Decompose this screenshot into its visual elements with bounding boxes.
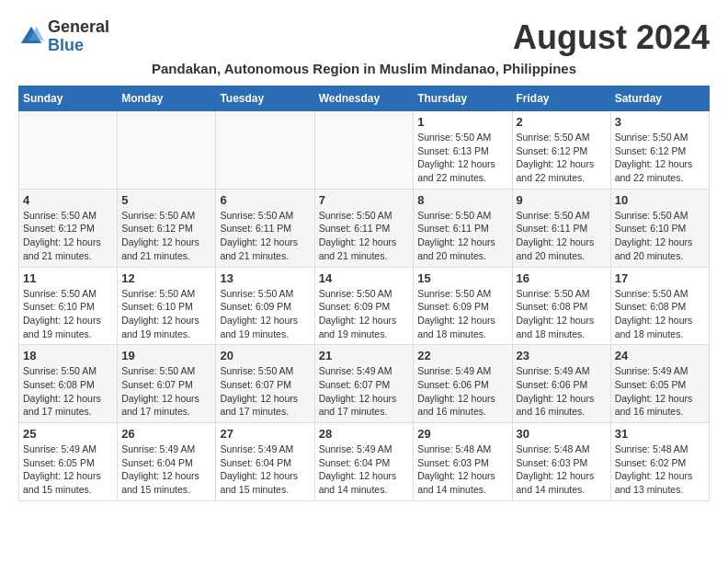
- day-number: 19: [121, 349, 211, 362]
- day-info: Sunrise: 5:50 AM Sunset: 6:11 PM Dayligh…: [417, 209, 507, 263]
- calendar-cell: 28Sunrise: 5:49 AM Sunset: 6:04 PM Dayli…: [314, 423, 414, 501]
- day-number: 21: [319, 349, 410, 362]
- calendar-cell: 9Sunrise: 5:50 AM Sunset: 6:11 PM Daylig…: [512, 189, 610, 267]
- weekday-header-thursday: Thursday: [414, 86, 512, 111]
- day-number: 24: [615, 349, 705, 362]
- calendar-cell: 30Sunrise: 5:48 AM Sunset: 6:03 PM Dayli…: [512, 423, 610, 501]
- calendar-cell: 7Sunrise: 5:50 AM Sunset: 6:11 PM Daylig…: [314, 189, 414, 267]
- logo-text: General Blue: [48, 18, 109, 55]
- calendar-week-row: 25Sunrise: 5:49 AM Sunset: 6:05 PM Dayli…: [19, 423, 710, 501]
- day-number: 23: [517, 349, 607, 362]
- calendar-cell: 19Sunrise: 5:50 AM Sunset: 6:07 PM Dayli…: [118, 345, 216, 423]
- calendar-header: SundayMondayTuesdayWednesdayThursdayFrid…: [19, 86, 710, 111]
- day-info: Sunrise: 5:50 AM Sunset: 6:10 PM Dayligh…: [121, 287, 211, 341]
- calendar-cell: 5Sunrise: 5:50 AM Sunset: 6:12 PM Daylig…: [118, 189, 216, 267]
- calendar-cell: 31Sunrise: 5:48 AM Sunset: 6:02 PM Dayli…: [610, 423, 709, 501]
- calendar-cell: 17Sunrise: 5:50 AM Sunset: 6:08 PM Dayli…: [610, 267, 709, 345]
- day-number: 12: [121, 271, 211, 285]
- day-info: Sunrise: 5:50 AM Sunset: 6:10 PM Dayligh…: [23, 287, 113, 341]
- day-info: Sunrise: 5:49 AM Sunset: 6:05 PM Dayligh…: [23, 442, 113, 497]
- day-info: Sunrise: 5:48 AM Sunset: 6:03 PM Dayligh…: [417, 442, 507, 497]
- weekday-header-tuesday: Tuesday: [216, 86, 314, 111]
- day-info: Sunrise: 5:50 AM Sunset: 6:12 PM Dayligh…: [615, 131, 705, 185]
- calendar-cell: 29Sunrise: 5:48 AM Sunset: 6:03 PM Dayli…: [414, 423, 512, 501]
- day-number: 22: [417, 349, 507, 362]
- day-number: 14: [319, 271, 410, 285]
- day-info: Sunrise: 5:50 AM Sunset: 6:07 PM Dayligh…: [220, 364, 310, 419]
- day-number: 3: [615, 115, 705, 129]
- calendar-cell: 1Sunrise: 5:50 AM Sunset: 6:13 PM Daylig…: [414, 111, 512, 190]
- day-info: Sunrise: 5:49 AM Sunset: 6:04 PM Dayligh…: [121, 442, 211, 497]
- calendar-cell: 15Sunrise: 5:50 AM Sunset: 6:09 PM Dayli…: [414, 267, 512, 345]
- day-info: Sunrise: 5:49 AM Sunset: 6:06 PM Dayligh…: [517, 364, 607, 419]
- calendar-week-row: 18Sunrise: 5:50 AM Sunset: 6:08 PM Dayli…: [19, 345, 710, 423]
- day-info: Sunrise: 5:50 AM Sunset: 6:12 PM Dayligh…: [23, 209, 113, 263]
- calendar-cell: 13Sunrise: 5:50 AM Sunset: 6:09 PM Dayli…: [216, 267, 314, 345]
- day-number: 29: [417, 427, 507, 441]
- day-number: 27: [220, 427, 310, 441]
- calendar-cell: 24Sunrise: 5:49 AM Sunset: 6:05 PM Dayli…: [610, 345, 709, 423]
- weekday-header-wednesday: Wednesday: [314, 86, 414, 111]
- logo: General Blue: [18, 18, 109, 55]
- day-info: Sunrise: 5:50 AM Sunset: 6:12 PM Dayligh…: [121, 209, 211, 263]
- day-number: 31: [615, 427, 705, 441]
- day-number: 30: [517, 427, 607, 441]
- day-info: Sunrise: 5:50 AM Sunset: 6:10 PM Dayligh…: [615, 209, 705, 263]
- day-info: Sunrise: 5:50 AM Sunset: 6:13 PM Dayligh…: [417, 131, 507, 185]
- day-number: 13: [220, 271, 310, 285]
- day-number: 25: [23, 427, 113, 441]
- day-number: 7: [319, 193, 410, 207]
- calendar-table: SundayMondayTuesdayWednesdayThursdayFrid…: [18, 86, 710, 501]
- day-info: Sunrise: 5:49 AM Sunset: 6:05 PM Dayligh…: [615, 364, 705, 419]
- calendar-cell: [216, 111, 314, 190]
- calendar-cell: 12Sunrise: 5:50 AM Sunset: 6:10 PM Dayli…: [118, 267, 216, 345]
- day-info: Sunrise: 5:50 AM Sunset: 6:08 PM Dayligh…: [517, 287, 607, 341]
- calendar-cell: 8Sunrise: 5:50 AM Sunset: 6:11 PM Daylig…: [414, 189, 512, 267]
- weekday-row: SundayMondayTuesdayWednesdayThursdayFrid…: [19, 86, 710, 111]
- calendar-cell: 27Sunrise: 5:49 AM Sunset: 6:04 PM Dayli…: [216, 423, 314, 501]
- calendar-week-row: 1Sunrise: 5:50 AM Sunset: 6:13 PM Daylig…: [19, 111, 710, 190]
- day-number: 2: [517, 115, 607, 129]
- day-info: Sunrise: 5:50 AM Sunset: 6:08 PM Dayligh…: [615, 287, 705, 341]
- calendar-cell: 11Sunrise: 5:50 AM Sunset: 6:10 PM Dayli…: [19, 267, 118, 345]
- calendar-cell: 6Sunrise: 5:50 AM Sunset: 6:11 PM Daylig…: [216, 189, 314, 267]
- day-number: 17: [615, 271, 705, 285]
- day-info: Sunrise: 5:50 AM Sunset: 6:08 PM Dayligh…: [23, 364, 113, 419]
- day-info: Sunrise: 5:49 AM Sunset: 6:06 PM Dayligh…: [417, 364, 507, 419]
- day-info: Sunrise: 5:50 AM Sunset: 6:09 PM Dayligh…: [319, 287, 410, 341]
- day-info: Sunrise: 5:50 AM Sunset: 6:09 PM Dayligh…: [220, 287, 310, 341]
- day-number: 8: [417, 193, 507, 207]
- day-number: 16: [517, 271, 607, 285]
- day-info: Sunrise: 5:50 AM Sunset: 6:11 PM Dayligh…: [319, 209, 410, 263]
- calendar-cell: 23Sunrise: 5:49 AM Sunset: 6:06 PM Dayli…: [512, 345, 610, 423]
- calendar-week-row: 11Sunrise: 5:50 AM Sunset: 6:10 PM Dayli…: [19, 267, 710, 345]
- day-number: 20: [220, 349, 310, 362]
- page-header: General Blue August 2024: [18, 18, 710, 57]
- day-info: Sunrise: 5:50 AM Sunset: 6:12 PM Dayligh…: [517, 131, 607, 185]
- day-number: 28: [319, 427, 410, 441]
- calendar-cell: 16Sunrise: 5:50 AM Sunset: 6:08 PM Dayli…: [512, 267, 610, 345]
- calendar-cell: 20Sunrise: 5:50 AM Sunset: 6:07 PM Dayli…: [216, 345, 314, 423]
- day-info: Sunrise: 5:50 AM Sunset: 6:11 PM Dayligh…: [220, 209, 310, 263]
- day-number: 6: [220, 193, 310, 207]
- day-info: Sunrise: 5:49 AM Sunset: 6:04 PM Dayligh…: [220, 442, 310, 497]
- day-number: 5: [121, 193, 211, 207]
- calendar-cell: 22Sunrise: 5:49 AM Sunset: 6:06 PM Dayli…: [414, 345, 512, 423]
- calendar-week-row: 4Sunrise: 5:50 AM Sunset: 6:12 PM Daylig…: [19, 189, 710, 267]
- day-info: Sunrise: 5:49 AM Sunset: 6:07 PM Dayligh…: [319, 364, 410, 419]
- logo-general: General: [48, 17, 109, 36]
- calendar-cell: 10Sunrise: 5:50 AM Sunset: 6:10 PM Dayli…: [610, 189, 709, 267]
- day-number: 9: [517, 193, 607, 207]
- day-number: 4: [23, 193, 113, 207]
- page-subtitle: Pandakan, Autonomous Region in Muslim Mi…: [18, 61, 710, 76]
- day-info: Sunrise: 5:48 AM Sunset: 6:03 PM Dayligh…: [517, 442, 607, 497]
- day-info: Sunrise: 5:50 AM Sunset: 6:07 PM Dayligh…: [121, 364, 211, 419]
- day-number: 11: [23, 271, 113, 285]
- weekday-header-saturday: Saturday: [610, 86, 709, 111]
- day-number: 26: [121, 427, 211, 441]
- calendar-cell: 14Sunrise: 5:50 AM Sunset: 6:09 PM Dayli…: [314, 267, 414, 345]
- weekday-header-sunday: Sunday: [19, 86, 118, 111]
- day-info: Sunrise: 5:50 AM Sunset: 6:09 PM Dayligh…: [417, 287, 507, 341]
- calendar-cell: 26Sunrise: 5:49 AM Sunset: 6:04 PM Dayli…: [118, 423, 216, 501]
- weekday-header-monday: Monday: [118, 86, 216, 111]
